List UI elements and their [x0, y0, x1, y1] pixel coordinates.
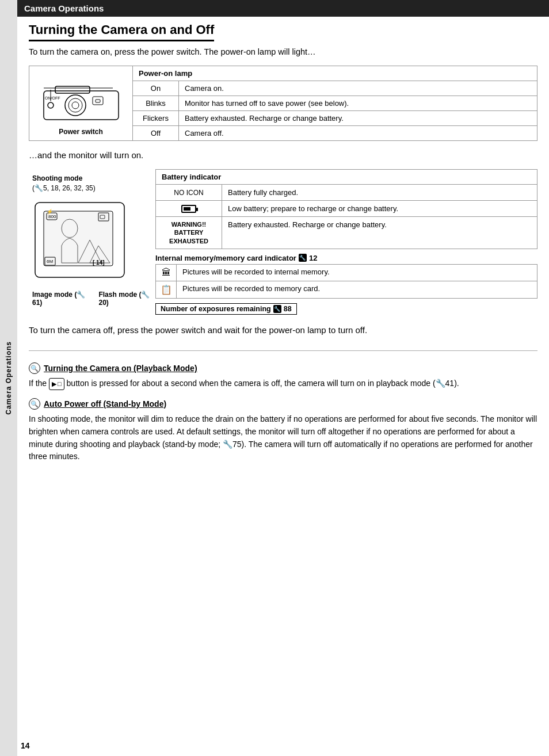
- note-playback-icon: 🔍: [29, 362, 40, 374]
- memory-icon-1: 🏛: [156, 265, 177, 281]
- battery-memory-section: Shooting mode (🔧5, 18, 26, 32, 35): [29, 169, 537, 315]
- memory-icon-2: 📋: [156, 281, 177, 298]
- battery-row-1: NO ICON Battery fully charged.: [156, 185, 537, 201]
- camera-drawing: ON/OFF: [38, 79, 124, 125]
- svg-rect-8: [96, 100, 100, 102]
- exposures-remaining-row: Number of exposures remaining 🔧 88: [155, 303, 537, 315]
- battery-header: Battery indicator: [156, 170, 537, 185]
- svg-point-2: [68, 98, 82, 112]
- note-playback-body: If the ▶□ button is pressed for about a …: [29, 377, 537, 390]
- right-tables: Battery indicator NO ICON Battery fully …: [155, 169, 537, 315]
- memory-ref-icon: 🔧: [299, 254, 307, 262]
- battery-desc-1: Battery fully charged.: [222, 185, 537, 200]
- memory-desc-2: Pictures will be recorded to memory card…: [177, 281, 537, 298]
- svg-text:[ 14]: [ 14]: [93, 259, 105, 266]
- exposures-label: Number of exposures remaining: [161, 305, 271, 313]
- note-autopower-title: Auto Power off (Stand-by Mode): [44, 399, 166, 408]
- battery-table: Battery indicator NO ICON Battery fully …: [155, 169, 537, 249]
- memory-section: Internal memory/memory card indicator 🔧 …: [155, 254, 537, 299]
- desc-flickers: Battery exhausted. Recharge or change ba…: [179, 111, 537, 125]
- state-blinks: Blinks: [133, 96, 179, 110]
- playback-button-icon: ▶□: [49, 378, 64, 390]
- note-playback: 🔍 Turning the Camera on (Playback Mode) …: [29, 362, 537, 390]
- memory-indicator-label: Internal memory/memory card indicator: [155, 254, 296, 262]
- battery-desc-2: Low battery; prepare to recharge or chan…: [222, 201, 537, 216]
- exposures-ref: 88: [284, 305, 292, 313]
- svg-rect-4: [55, 86, 90, 93]
- camera-display-sketch: Shooting mode (🔧5, 18, 26, 32, 35): [29, 169, 155, 315]
- memory-row-2: 📋 Pictures will be recorded to memory ca…: [156, 281, 537, 298]
- desc-on: Camera on.: [179, 81, 537, 96]
- exposures-ref-icon: 🔧: [273, 305, 281, 313]
- turn-off-text: To turn the camera off, press the power …: [29, 324, 537, 337]
- bottom-mode-labels: Image mode (🔧61) Flash mode (🔧20): [32, 291, 152, 307]
- memory-table: 🏛 Pictures will be recorded to internal …: [155, 264, 537, 299]
- desc-blinks: Monitor has turned off to save power (se…: [179, 96, 537, 110]
- state-off: Off: [133, 126, 179, 140]
- memory-ref-number: 12: [309, 254, 317, 262]
- state-flickers: Flickers: [133, 111, 179, 125]
- battery-state-3: WARNING!! BATTERY EXHAUSTED: [156, 217, 222, 249]
- table-row: On Camera on.: [133, 81, 537, 96]
- shooting-mode-label: Shooting mode (🔧5, 18, 26, 32, 35): [32, 174, 152, 193]
- svg-text:6M: 6M: [47, 259, 53, 264]
- memory-row-1: 🏛 Pictures will be recorded to internal …: [156, 265, 537, 281]
- power-lamp-diagram: ON/OFF Power switch Power-on lamp On Cam…: [29, 66, 537, 141]
- power-lamp-header: Power-on lamp: [133, 66, 537, 81]
- desc-off: Camera off.: [179, 126, 537, 140]
- svg-rect-7: [93, 97, 103, 105]
- table-row: Flickers Battery exhausted. Recharge or …: [133, 111, 537, 126]
- power-switch-label: Power switch: [59, 128, 103, 136]
- svg-point-6: [48, 102, 54, 108]
- battery-state-1: NO ICON: [156, 185, 222, 200]
- page-number: 14: [21, 741, 30, 750]
- note-autopower-title-row: 🔍 Auto Power off (Stand-by Mode): [29, 398, 537, 410]
- sidebar: Camera Operations: [0, 0, 17, 756]
- svg-rect-12: [44, 211, 113, 266]
- power-lamp-table: Power-on lamp On Camera on. Blinks Monit…: [133, 66, 537, 140]
- memory-header-row: Internal memory/memory card indicator 🔧 …: [155, 254, 537, 262]
- svg-text:ON/OFF: ON/OFF: [45, 96, 60, 100]
- header-bar: Camera Operations: [17, 0, 549, 17]
- svg-text:800: 800: [48, 214, 56, 219]
- battery-desc-3: Battery exhausted. Recharge or change ba…: [222, 217, 537, 249]
- note-autopower: 🔍 Auto Power off (Stand-by Mode) In shoo…: [29, 398, 537, 463]
- note-playback-title-row: 🔍 Turning the Camera on (Playback Mode): [29, 362, 537, 374]
- header-title: Camera Operations: [24, 3, 104, 13]
- note-autopower-icon: 🔍: [29, 398, 40, 410]
- svg-text:⚡: ⚡: [47, 208, 54, 215]
- battery-row-2: Low battery; prepare to recharge or chan…: [156, 201, 537, 217]
- memory-desc-1: Pictures will be recorded to internal me…: [177, 265, 537, 281]
- battery-row-3: WARNING!! BATTERY EXHAUSTED Battery exha…: [156, 217, 537, 249]
- camera-display-drawing: 800 6M [ 14] ⚡: [32, 197, 142, 289]
- intro-text: To turn the camera on, press the power s…: [29, 47, 537, 56]
- note-autopower-body: In shooting mode, the monitor will dim t…: [29, 413, 537, 463]
- divider-1: [29, 350, 537, 351]
- and-monitor-text: …and the monitor will turn on.: [29, 150, 537, 160]
- table-row: Off Camera off.: [133, 126, 537, 140]
- battery-state-2: [156, 201, 222, 216]
- camera-sketch: ON/OFF Power switch: [29, 66, 133, 140]
- sidebar-label: Camera Operations: [5, 341, 13, 415]
- note-playback-title: Turning the Camera on (Playback Mode): [44, 364, 197, 373]
- svg-rect-0: [44, 91, 119, 120]
- svg-point-3: [72, 102, 79, 109]
- exposures-label-box: Number of exposures remaining 🔧 88: [155, 303, 297, 315]
- section-title: Turning the Camera on and Off: [29, 22, 214, 41]
- table-row: Blinks Monitor has turned off to save po…: [133, 96, 537, 111]
- svg-point-1: [65, 95, 86, 116]
- state-on: On: [133, 81, 179, 96]
